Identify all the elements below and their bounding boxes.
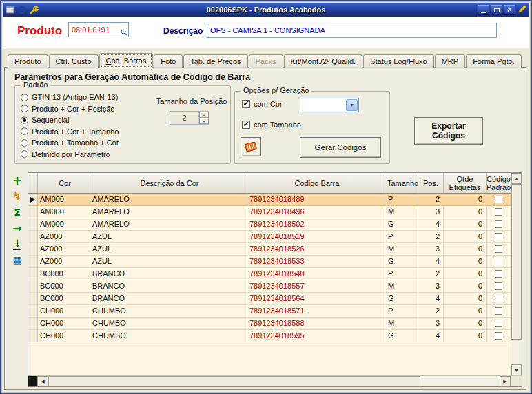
- scroll-left-icon[interactable]: ◀: [37, 376, 48, 386]
- minimize-button[interactable]: [478, 5, 489, 15]
- header-qtde-etiquetas[interactable]: Qtde Etiquetas: [444, 173, 487, 194]
- close-button[interactable]: ×: [504, 5, 515, 15]
- header-pos[interactable]: Pos.: [418, 173, 444, 194]
- wrench-icon[interactable]: [29, 6, 39, 14]
- tab-tab-de-pre-os[interactable]: Tab. de Preços: [183, 54, 247, 68]
- row-checkbox[interactable]: [495, 282, 502, 290]
- radio-option-produto-cor-tamanho[interactable]: Produto + Cor + Tamanho: [21, 126, 119, 138]
- sum-icon[interactable]: [10, 205, 25, 219]
- exportar-codigos-button[interactable]: Exportar Códigos: [414, 117, 483, 145]
- add-record-icon[interactable]: [10, 174, 25, 187]
- horizontal-scroll-track[interactable]: [420, 376, 500, 386]
- table-row[interactable]: AZ000AZUL7891234018533G40: [28, 256, 511, 268]
- cell-codigo-padrao: [487, 305, 511, 318]
- radio-option-produto-cor-posi-o[interactable]: Produto + Cor + Posição: [21, 103, 119, 115]
- row-checkbox[interactable]: [495, 320, 502, 327]
- row-checkbox[interactable]: [495, 220, 502, 228]
- maximize-button[interactable]: [491, 5, 502, 15]
- horizontal-scroll-thumb[interactable]: [48, 376, 420, 386]
- tab-c-d-barras[interactable]: Cód. Barras: [99, 53, 154, 68]
- vertical-scrollbar[interactable]: ▲ ▼: [511, 173, 522, 375]
- descricao-input[interactable]: [207, 23, 497, 38]
- lightning-icon[interactable]: [10, 189, 25, 203]
- produto-input[interactable]: [68, 22, 129, 37]
- tab-bar: ProdutoCtrl. CustoCód. BarrasFotoTab. de…: [8, 52, 522, 68]
- chart-icon[interactable]: [10, 253, 25, 267]
- header-tamanho[interactable]: Tamanho: [385, 173, 418, 194]
- radio-icon: [21, 105, 28, 112]
- table-row[interactable]: AM000AMARELO7891234018502G40: [28, 218, 511, 231]
- tab-forma-pgto[interactable]: Forma Pgto.: [466, 54, 522, 68]
- row-checkbox[interactable]: [495, 332, 502, 340]
- header-codigo-barra[interactable]: Codigo Barra: [247, 173, 385, 194]
- scroll-right-icon[interactable]: ▶: [500, 376, 511, 386]
- row-indicator: [28, 206, 38, 218]
- vertical-scroll-thumb[interactable]: [511, 184, 522, 340]
- cell-qtde-etiquetas: 0: [444, 206, 487, 218]
- radio-option-definido-por-par-metro[interactable]: Definido por Parâmetro: [21, 149, 119, 160]
- edit-pencil-icon[interactable]: [517, 5, 526, 14]
- grid-resize-handle[interactable]: [28, 376, 37, 386]
- padrao-caption: Padrão: [21, 81, 50, 89]
- table-row[interactable]: BC000BRANCO7891234018557M30: [28, 280, 511, 293]
- tab-mrp[interactable]: MRP: [435, 54, 465, 68]
- header-cor[interactable]: Cor: [38, 173, 90, 194]
- table-row[interactable]: CH000CHUMBO7891234018595G40: [28, 330, 511, 342]
- table-row[interactable]: CH000CHUMBO7891234018588M30: [28, 318, 511, 330]
- scroll-up-icon[interactable]: ▲: [511, 173, 522, 184]
- cell-descricao: BRANCO: [90, 268, 247, 280]
- cell-codigo-padrao: [487, 330, 511, 342]
- titlebar: 002006SPK - Produtos Acabados ×: [3, 3, 529, 17]
- table-row[interactable]: AM000AMARELO7891234018496M30: [28, 206, 511, 218]
- tab-foto[interactable]: Foto: [154, 54, 183, 68]
- radio-label: Produto + Tamanho + Cor: [32, 138, 119, 147]
- tamanho-posicao-spinner[interactable]: 2 ▲ ▼: [170, 111, 209, 125]
- spin-up-icon[interactable]: ▲: [199, 112, 209, 118]
- helm-icon[interactable]: [17, 6, 26, 14]
- row-checkbox[interactable]: [495, 295, 502, 302]
- cell-qtde-etiquetas: 0: [444, 243, 487, 256]
- row-checkbox[interactable]: [495, 196, 502, 203]
- spin-buttons: ▲ ▼: [198, 112, 209, 124]
- com-cor-row[interactable]: com Cor: [242, 100, 283, 108]
- header-descricao-da-cor[interactable]: Descrição da Cor: [90, 173, 247, 194]
- spin-down-icon[interactable]: ▼: [199, 118, 209, 124]
- cell-cor: BC000: [38, 293, 90, 305]
- table-row[interactable]: AZ000AZUL7891234018526M30: [28, 243, 511, 256]
- export-icon[interactable]: [10, 221, 25, 235]
- row-checkbox[interactable]: [495, 233, 502, 240]
- radio-option-gtin-13-antigo-ean-13[interactable]: GTIN-13 (Antigo EAN-13): [21, 92, 119, 103]
- row-checkbox[interactable]: [495, 208, 502, 216]
- cell-codigo-padrao: [487, 280, 511, 293]
- table-row[interactable]: AM000AMARELO7891234018489P20: [28, 194, 511, 206]
- radio-option-sequencial[interactable]: Sequencial: [21, 114, 119, 126]
- cor-combobox[interactable]: ▼: [300, 98, 359, 112]
- table-row[interactable]: AZ000AZUL7891234018519P20: [28, 231, 511, 243]
- com-cor-checkbox[interactable]: [242, 100, 250, 108]
- import-icon[interactable]: [10, 237, 25, 251]
- com-tamanho-checkbox[interactable]: [242, 121, 250, 129]
- search-icon[interactable]: [121, 29, 127, 36]
- com-tamanho-row[interactable]: com Tamanho: [242, 121, 301, 129]
- radio-label: Produto + Cor + Posição: [32, 105, 114, 113]
- row-checkbox[interactable]: [495, 307, 502, 315]
- tab-ctrl-custo[interactable]: Ctrl. Custo: [49, 54, 99, 68]
- table-row[interactable]: BC000BRANCO7891234018540P20: [28, 268, 511, 280]
- row-checkbox[interactable]: [495, 270, 502, 278]
- table-row[interactable]: CH000CHUMBO7891234018571P20: [28, 305, 511, 318]
- row-checkbox[interactable]: [495, 258, 502, 265]
- cell-pos: 3: [418, 243, 444, 256]
- header-codigo-padrao[interactable]: Código Padrão: [487, 173, 511, 194]
- table-row[interactable]: BC000BRANCO7891234018564G40: [28, 293, 511, 305]
- radio-option-produto-tamanho-cor[interactable]: Produto + Tamanho + Cor: [21, 137, 119, 149]
- combo-dropdown-button[interactable]: ▼: [346, 99, 358, 111]
- row-checkbox[interactable]: [495, 245, 502, 253]
- tab-packs[interactable]: Packs: [249, 54, 283, 68]
- tab-kit-mont-2-qualid[interactable]: Kit/Mont./2º Qualid.: [284, 54, 363, 68]
- horizontal-scrollbar[interactable]: ◀ ▶: [28, 375, 511, 386]
- gerar-codigos-button[interactable]: Gerar Códigos: [300, 137, 381, 158]
- tab-status-log-fluxo[interactable]: Status Log/Fluxo: [363, 54, 434, 68]
- scroll-down-icon[interactable]: ▼: [511, 364, 522, 375]
- tab-produto[interactable]: Produto: [8, 54, 48, 68]
- barcode-button[interactable]: [241, 137, 261, 156]
